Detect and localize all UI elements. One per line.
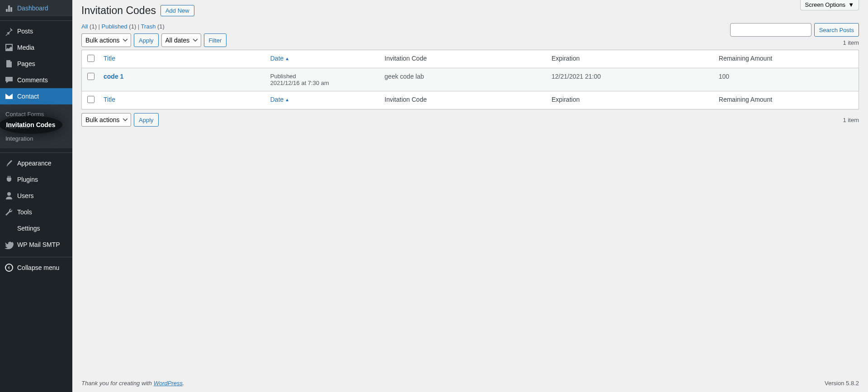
page-icon xyxy=(5,59,14,68)
item-count-top: 1 item xyxy=(843,39,859,46)
row-remaining: 100 xyxy=(714,68,859,91)
sidebar-item-contact[interactable]: Contact xyxy=(0,88,72,104)
col-remaining-foot: Remaining Amount xyxy=(714,91,859,109)
col-expiration-foot: Expiration xyxy=(547,91,714,109)
admin-sidebar: Dashboard Posts Media Pages Comments Con… xyxy=(0,0,72,392)
item-count-bottom: 1 item xyxy=(843,117,859,123)
row-expiration: 12/21/2021 21:00 xyxy=(547,68,714,91)
sidebar-item-label: Contact xyxy=(17,93,39,100)
user-icon xyxy=(5,191,14,200)
search-input[interactable] xyxy=(730,23,811,37)
screen-options-wrap: Screen Options ▼ xyxy=(800,0,859,10)
sidebar-item-label: Plugins xyxy=(17,176,38,183)
sidebar-item-label: Users xyxy=(17,192,34,199)
sidebar-item-dashboard[interactable]: Dashboard xyxy=(0,0,72,16)
row-checkbox[interactable] xyxy=(87,73,94,80)
col-remaining: Remaining Amount xyxy=(714,50,859,68)
sidebar-item-label: Collapse menu xyxy=(17,264,59,271)
status-filters: All (1) | Published (1) | Trash (1) xyxy=(81,23,226,30)
sidebar-item-label: Settings xyxy=(17,225,40,232)
row-code: geek code lab xyxy=(380,68,547,91)
sidebar-item-label: Tools xyxy=(17,208,32,216)
comment-icon xyxy=(5,76,14,85)
caret-down-icon: ▼ xyxy=(848,1,854,8)
filter-button[interactable]: Filter xyxy=(204,33,227,47)
sidebar-item-tools[interactable]: Tools xyxy=(0,204,72,220)
add-new-button[interactable]: Add New xyxy=(160,5,194,16)
sidebar-item-collapse[interactable]: Collapse menu xyxy=(0,260,72,276)
sidebar-item-appearance[interactable]: Appearance xyxy=(0,155,72,171)
sidebar-item-media[interactable]: Media xyxy=(0,39,72,56)
admin-footer: Thank you for creating with WordPress. V… xyxy=(72,374,868,392)
bulk-actions-bottom: Bulk actions Apply xyxy=(81,113,159,127)
sidebar-item-users[interactable]: Users xyxy=(0,188,72,204)
collapse-icon xyxy=(5,263,14,272)
sidebar-item-label: Comments xyxy=(17,76,48,84)
search-button[interactable]: Search Posts xyxy=(814,23,859,37)
wrench-icon xyxy=(5,208,14,217)
media-icon xyxy=(5,43,14,52)
select-all-checkbox-top[interactable] xyxy=(87,55,94,62)
bulk-actions-top: Bulk actions Apply All dates Filter xyxy=(81,33,226,47)
sidebar-item-pages[interactable]: Pages xyxy=(0,56,72,72)
sidebar-item-label: Media xyxy=(17,44,34,51)
sidebar-separator xyxy=(0,151,72,153)
col-code: Invitation Code xyxy=(380,50,547,68)
table-row: code 1 Published 2021/12/16 at 7:30 am g… xyxy=(82,68,859,91)
filter-trash[interactable]: Trash xyxy=(141,23,156,30)
select-all-checkbox-bottom[interactable] xyxy=(87,96,94,103)
plug-icon xyxy=(5,175,14,184)
tablenav-bottom: Bulk actions Apply 1 item xyxy=(81,113,859,127)
page-header: Invitation Codes Add New xyxy=(81,5,859,17)
col-date-sort[interactable]: Date ▲ xyxy=(270,55,289,62)
filter-published[interactable]: Published xyxy=(102,23,127,30)
dashboard-icon xyxy=(5,4,14,13)
mail-icon xyxy=(5,92,14,101)
sidebar-item-label: Pages xyxy=(17,60,35,67)
bulk-action-select-bottom[interactable]: Bulk actions xyxy=(81,113,131,127)
row-title-link[interactable]: code 1 xyxy=(104,73,123,80)
footer-version: Version 5.8.2 xyxy=(825,380,859,387)
row-date-status: Published xyxy=(270,73,376,80)
sidebar-item-label: Dashboard xyxy=(17,5,48,12)
brush-icon xyxy=(5,159,14,168)
sort-asc-icon: ▲ xyxy=(285,97,289,102)
col-title-sort[interactable]: Title xyxy=(104,55,115,62)
sidebar-separator xyxy=(0,255,72,257)
filter-all[interactable]: All xyxy=(81,23,88,30)
sidebar-item-settings[interactable]: Settings xyxy=(0,220,72,236)
bulk-action-select[interactable]: Bulk actions xyxy=(81,33,131,47)
screen-options-label: Screen Options xyxy=(805,1,846,8)
filter-published-count: (1) xyxy=(129,23,136,30)
filter-trash-count: (1) xyxy=(157,23,165,30)
sidebar-item-posts[interactable]: Posts xyxy=(0,23,72,39)
nav-right: Search Posts 1 item xyxy=(730,23,859,46)
wordpress-link[interactable]: WordPress xyxy=(154,380,183,387)
filter-all-count: (1) xyxy=(90,23,97,30)
separator: | xyxy=(99,23,102,30)
tablenav-top: Bulk actions Apply All dates Filter xyxy=(81,33,226,47)
sidebar-subitem-integration[interactable]: Integration xyxy=(0,132,72,145)
apply-button-bottom[interactable]: Apply xyxy=(134,113,159,127)
main-content: Screen Options ▼ Invitation Codes Add Ne… xyxy=(72,0,868,392)
bird-icon xyxy=(5,240,14,249)
col-title-sort-foot[interactable]: Title xyxy=(104,96,115,103)
highlight-invitation-codes: Invitation Codes xyxy=(0,116,62,134)
col-expiration: Expiration xyxy=(547,50,714,68)
screen-options-button[interactable]: Screen Options ▼ xyxy=(800,0,859,10)
col-code-foot: Invitation Code xyxy=(380,91,547,109)
sidebar-separator xyxy=(0,19,72,21)
apply-button[interactable]: Apply xyxy=(134,33,159,47)
date-filter-select[interactable]: All dates xyxy=(161,33,201,47)
sidebar-item-plugins[interactable]: Plugins xyxy=(0,171,72,188)
sort-asc-icon: ▲ xyxy=(285,56,289,61)
pin-icon xyxy=(5,27,14,36)
separator: | xyxy=(138,23,141,30)
sidebar-item-label: Appearance xyxy=(17,160,52,167)
sidebar-item-comments[interactable]: Comments xyxy=(0,72,72,88)
page-title: Invitation Codes xyxy=(81,5,156,17)
sidebar-item-label: WP Mail SMTP xyxy=(17,241,60,248)
sidebar-item-wp-mail-smtp[interactable]: WP Mail SMTP xyxy=(0,236,72,253)
row-date-line: 2021/12/16 at 7:30 am xyxy=(270,80,376,86)
col-date-sort-foot[interactable]: Date ▲ xyxy=(270,96,289,103)
